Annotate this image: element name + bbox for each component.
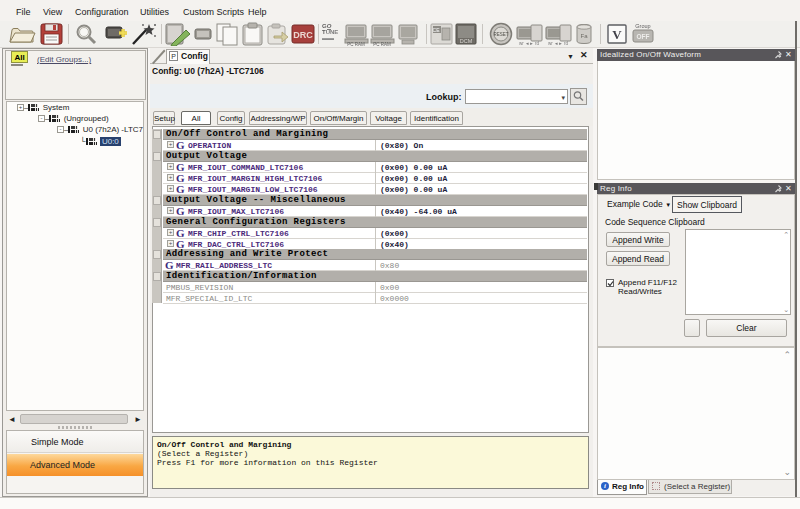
svg-text:Fa: Fa (580, 33, 588, 39)
svg-text:CE: CE (433, 27, 441, 33)
svg-text:wr ◄► rd: wr ◄► rd (519, 41, 540, 46)
svg-text:wr ◄► rd: wr ◄► rd (548, 41, 569, 46)
svg-text:PC RAM: PC RAM (373, 42, 391, 47)
svg-text:PC RAM: PC RAM (347, 42, 365, 47)
svg-text:OFF: OFF (637, 33, 650, 40)
svg-text:RESET: RESET (493, 32, 508, 37)
svg-text:DCM: DCM (460, 38, 473, 44)
svg-text:V: V (612, 27, 622, 42)
svg-text:DRC: DRC (293, 30, 313, 40)
